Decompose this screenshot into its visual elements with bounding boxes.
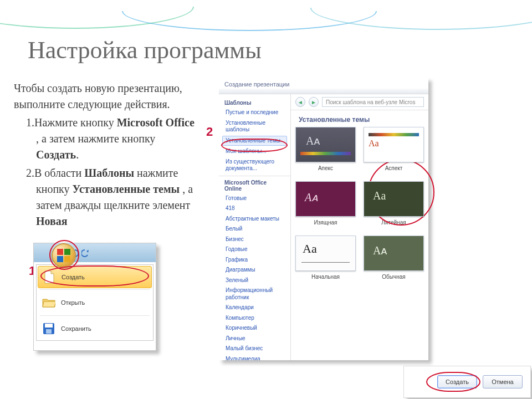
sidebar-item[interactable]: Коричневый (219, 323, 290, 334)
theme-thumb[interactable]: AᴀАпекс (295, 127, 356, 171)
sidebar-item[interactable]: Календари (219, 303, 290, 313)
office-menu-screenshot: Создать Открыть Сохранить (33, 243, 156, 351)
sidebar-item[interactable]: Абстрактные макеты (219, 214, 290, 224)
quick-access-toolbar (34, 243, 156, 262)
page-title: Настройка программы (28, 36, 262, 64)
sidebar-item[interactable]: Диаграммы (219, 265, 290, 275)
body-text: Чтобы создать новую презентацию, выполни… (14, 80, 197, 232)
cancel-button[interactable]: Отмена (483, 375, 523, 388)
menu-label: Создать (62, 274, 85, 280)
thumb-label: Литейная (364, 219, 424, 226)
decorative-curves (0, 10, 532, 32)
sidebar-header: Microsoft Office Online (219, 176, 290, 193)
lead-text: Чтобы создать новую презентацию, выполни… (14, 80, 197, 112)
office-button[interactable] (53, 244, 75, 267)
sidebar-item[interactable]: Мультимедиа (219, 354, 290, 361)
svg-rect-5 (46, 329, 52, 334)
dialog-title: Создание презентации (219, 78, 428, 89)
sidebar-item[interactable]: Личные (219, 334, 290, 344)
sidebar-item[interactable]: Информационный работник (219, 285, 290, 303)
theme-thumb[interactable]: AaАспект (364, 127, 424, 171)
sidebar-item[interactable]: Графика (219, 255, 290, 265)
sidebar-item[interactable]: Готовые (219, 193, 290, 204)
sidebar-item[interactable]: Малый бизнес (219, 344, 290, 354)
diskette-icon (42, 321, 55, 336)
step-2: 2.В области Шаблоны нажмите кнопку Устан… (14, 165, 197, 229)
callout-badge-2: 2 (206, 125, 213, 139)
sidebar-item[interactable]: 418 (219, 203, 290, 214)
thumb-label: Начальная (295, 274, 356, 280)
sidebar-item[interactable]: Мои шаблоны... (219, 146, 290, 157)
create-button[interactable]: Создать (437, 375, 477, 388)
panel-header: Установленные темы (291, 110, 428, 127)
sidebar-item[interactable]: Установленные шаблоны (219, 118, 290, 135)
menu-item-save[interactable]: Сохранить (37, 317, 153, 340)
thumb-label: Изящная (295, 219, 356, 226)
sidebar-item[interactable]: Годовые (219, 244, 290, 255)
thumb-label: Аспект (364, 165, 424, 171)
new-file-icon (43, 270, 56, 284)
new-presentation-dialog: Создание презентации Шаблоны Пустые и по… (219, 78, 428, 360)
sidebar-item[interactable]: Бизнес (219, 234, 290, 245)
dialog-toolbar: ◄ ► Поиск шаблона на веб-узле Micros (291, 94, 428, 110)
office-menu: Создать Открыть Сохранить (36, 264, 154, 341)
sidebar-item[interactable]: Из существующего документа... (219, 157, 290, 174)
sidebar-item[interactable]: Установленные темы (222, 136, 287, 146)
sidebar-header: Шаблоны (219, 96, 290, 108)
thumb-label: Апекс (295, 165, 356, 171)
sidebar-item[interactable]: Компьютер (219, 313, 290, 324)
sidebar-item[interactable]: Зеленый (219, 275, 290, 286)
menu-label: Сохранить (61, 325, 91, 332)
menu-label: Открыть (61, 299, 85, 306)
slide: Настройка программы Чтобы создать новую … (0, 0, 532, 399)
back-button[interactable]: ◄ (295, 97, 305, 107)
svg-rect-4 (45, 324, 53, 328)
theme-thumb[interactable]: AᴀИзящная (295, 181, 356, 226)
step-1: 1.Нажмите кнопку Microsoft Office , а за… (14, 115, 197, 163)
theme-thumb[interactable]: AaНачальная (295, 236, 356, 280)
templates-sidebar: Шаблоны Пустые и последниеУстановленные … (219, 94, 291, 360)
menu-item-create[interactable]: Создать (38, 266, 152, 288)
sidebar-item[interactable]: Белый (219, 224, 290, 234)
theme-thumb[interactable]: AᴀОбычная (364, 236, 424, 280)
search-input[interactable]: Поиск шаблона на веб-узле Micros (322, 97, 424, 107)
forward-button[interactable]: ► (309, 97, 319, 107)
dialog-footer-screenshot: Создать Отмена (403, 366, 531, 398)
themes-panel: ◄ ► Поиск шаблона на веб-узле Micros Уст… (291, 94, 428, 360)
redo-icon[interactable] (81, 248, 90, 257)
thumb-label: Обычная (364, 274, 424, 280)
open-folder-icon (42, 295, 55, 310)
sidebar-item[interactable]: Пустые и последние (219, 108, 290, 118)
theme-thumb[interactable]: AaЛитейная (364, 181, 424, 226)
menu-item-open[interactable]: Открыть (37, 291, 153, 314)
